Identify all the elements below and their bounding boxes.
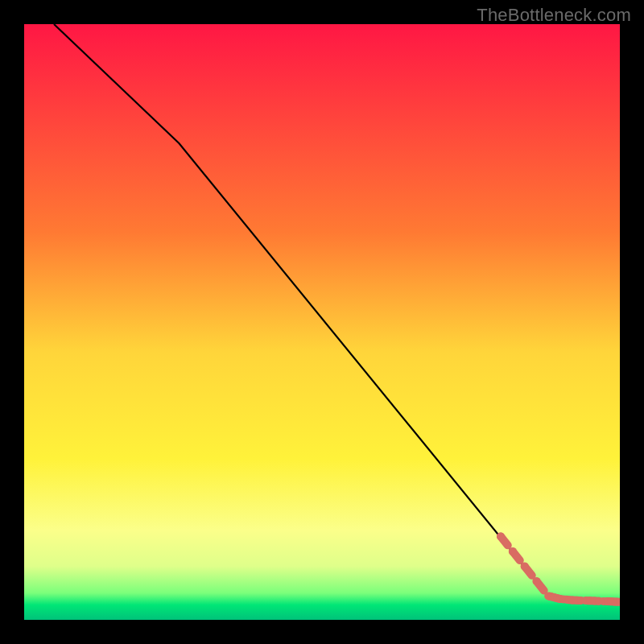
highlight-segment bbox=[501, 536, 620, 601]
chart-overlay bbox=[24, 24, 620, 620]
chart-root: TheBottleneck.com bbox=[0, 0, 644, 644]
highlight-dots bbox=[497, 532, 620, 605]
highlight-dot bbox=[521, 562, 529, 570]
watermark-text: TheBottleneck.com bbox=[477, 5, 631, 26]
highlight-dot bbox=[509, 547, 517, 555]
bottleneck-curve bbox=[54, 24, 620, 602]
highlight-dot bbox=[497, 532, 505, 540]
plot-area bbox=[24, 24, 620, 620]
highlight-dot bbox=[532, 577, 540, 585]
